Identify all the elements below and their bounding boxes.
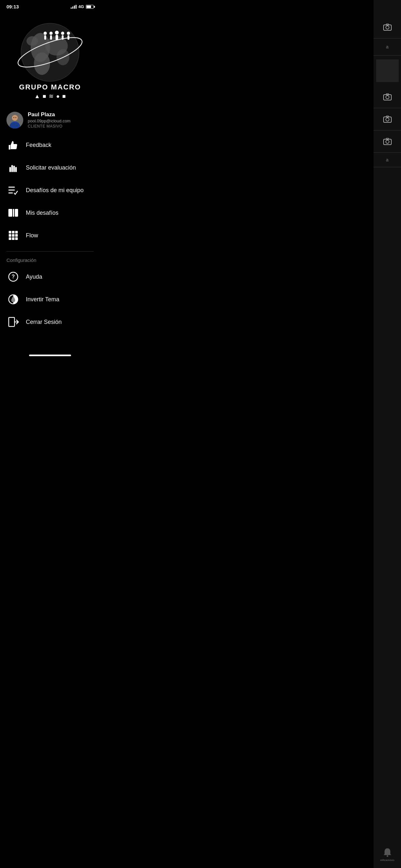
- flow-label: Flow: [26, 232, 38, 239]
- svg-rect-42: [12, 237, 14, 240]
- menu-item-solicitar-evaluacion[interactable]: Solicitar evaluación: [0, 156, 100, 179]
- svg-rect-36: [12, 231, 14, 234]
- svg-rect-39: [12, 234, 14, 237]
- svg-text:?: ?: [11, 274, 15, 279]
- config-section-title: Configuración: [0, 253, 100, 266]
- signal-bars: [71, 5, 76, 9]
- cerrar-sesion-icon: [6, 315, 20, 329]
- logo-section: GRUPO MACRO ▲ ■ ≋ ● ■: [0, 12, 100, 106]
- menu-item-invertir-tema[interactable]: Invertir Tema: [0, 288, 100, 311]
- svg-rect-25: [9, 167, 11, 172]
- symbol-wave: ≋: [49, 93, 54, 100]
- svg-point-7: [43, 32, 47, 35]
- config-menu: ? Ayuda Invertir Tema: [0, 266, 100, 337]
- mis-desafios-icon: [6, 206, 20, 220]
- svg-rect-8: [44, 35, 46, 40]
- desafios-equipo-label: Desafíos de mi equipo: [26, 187, 84, 194]
- feedback-label: Feedback: [26, 142, 51, 149]
- section-divider: [6, 251, 94, 252]
- status-right: 4G: [71, 4, 94, 9]
- invertir-tema-label: Invertir Tema: [26, 296, 59, 303]
- menu-item-ayuda[interactable]: ? Ayuda: [0, 266, 100, 288]
- svg-rect-12: [56, 35, 58, 40]
- user-info: Paul Plaza pool.09pp@icloud.com CLIENTE …: [28, 112, 70, 128]
- menu-item-desafios-equipo[interactable]: Desafíos de mi equipo: [0, 179, 100, 202]
- svg-rect-14: [62, 35, 64, 40]
- user-role: CLIENTE MASIVO: [28, 124, 70, 128]
- svg-rect-30: [8, 190, 15, 190]
- svg-point-21: [12, 115, 18, 121]
- main-menu: Feedback Solicitar evaluación: [0, 134, 100, 250]
- network-type: 4G: [79, 4, 84, 9]
- symbol-rect: ■: [62, 93, 66, 100]
- svg-rect-34: [15, 209, 18, 217]
- globe-graphic: [14, 15, 86, 86]
- svg-rect-32: [8, 209, 12, 217]
- svg-point-15: [67, 32, 70, 35]
- ayuda-label: Ayuda: [26, 274, 42, 280]
- svg-rect-41: [9, 237, 11, 240]
- svg-point-5: [27, 36, 38, 46]
- symbol-square: ■: [42, 93, 46, 100]
- user-name: Paul Plaza: [28, 112, 70, 118]
- svg-rect-33: [13, 209, 14, 217]
- avatar: [6, 112, 23, 128]
- home-bar: [29, 354, 71, 356]
- user-section[interactable]: Paul Plaza pool.09pp@icloud.com CLIENTE …: [0, 106, 100, 134]
- svg-rect-35: [9, 231, 11, 234]
- svg-point-11: [55, 31, 59, 35]
- invertir-tema-icon: [6, 292, 20, 306]
- menu-item-cerrar-sesion[interactable]: Cerrar Sesión: [0, 311, 100, 333]
- symbol-circle: ●: [56, 93, 60, 100]
- flow-icon: [6, 228, 20, 242]
- mis-desafios-label: Mis desafíos: [26, 210, 58, 216]
- menu-item-mis-desafios[interactable]: Mis desafíos: [0, 202, 100, 224]
- solicitar-evaluacion-icon: [6, 161, 20, 175]
- time: 09:13: [6, 4, 19, 9]
- battery-indicator: [86, 5, 94, 9]
- svg-rect-38: [9, 234, 11, 237]
- svg-rect-31: [8, 192, 13, 193]
- svg-point-22: [13, 117, 14, 118]
- svg-rect-16: [67, 35, 69, 40]
- svg-rect-10: [50, 35, 52, 40]
- user-email: pool.09pp@icloud.com: [28, 119, 70, 123]
- feedback-icon: [6, 138, 20, 152]
- cerrar-sesion-label: Cerrar Sesión: [26, 319, 62, 326]
- symbol-triangle: ▲: [34, 93, 40, 100]
- svg-rect-47: [9, 317, 14, 327]
- svg-rect-27: [13, 166, 15, 172]
- svg-rect-37: [15, 231, 18, 234]
- svg-rect-28: [15, 167, 17, 172]
- desafios-equipo-icon: [6, 183, 20, 197]
- menu-item-flow[interactable]: Flow: [0, 224, 100, 247]
- svg-point-13: [61, 32, 64, 35]
- svg-point-9: [50, 32, 53, 35]
- brand-symbols: ▲ ■ ≋ ● ■: [34, 93, 66, 100]
- svg-rect-26: [11, 165, 13, 172]
- svg-rect-43: [15, 237, 18, 240]
- home-indicator: [0, 349, 100, 359]
- status-bar: 09:13 4G: [0, 0, 100, 12]
- ayuda-icon: ?: [6, 270, 20, 283]
- svg-rect-40: [15, 234, 18, 237]
- svg-point-23: [16, 117, 17, 118]
- solicitar-evaluacion-label: Solicitar evaluación: [26, 164, 76, 171]
- drawer-menu: 09:13 4G: [0, 0, 100, 359]
- menu-item-feedback[interactable]: Feedback: [0, 134, 100, 156]
- svg-rect-29: [8, 187, 15, 188]
